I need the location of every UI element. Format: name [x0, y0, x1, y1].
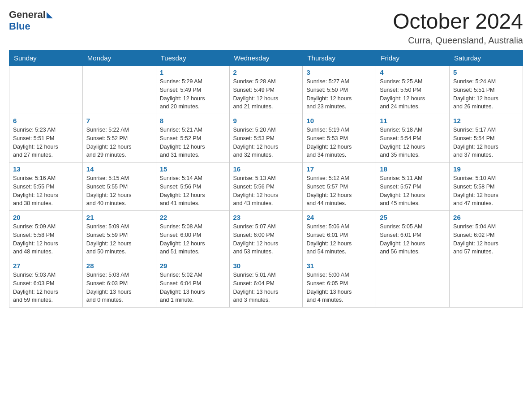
- day-number: 13: [13, 165, 79, 173]
- calendar-cell: 26Sunrise: 5:04 AM Sunset: 6:02 PM Dayli…: [450, 211, 523, 259]
- logo-blue-text: Blue: [9, 21, 53, 32]
- day-number: 12: [453, 117, 519, 124]
- day-info: Sunrise: 5:11 AM Sunset: 5:57 PM Dayligh…: [380, 174, 446, 208]
- day-number: 18: [380, 165, 446, 173]
- month-title: October 2024: [393, 9, 523, 34]
- calendar-cell: 1Sunrise: 5:29 AM Sunset: 5:49 PM Daylig…: [156, 66, 229, 114]
- day-info: Sunrise: 5:21 AM Sunset: 5:52 PM Dayligh…: [160, 126, 226, 159]
- day-number: 16: [233, 165, 299, 173]
- day-number: 5: [453, 68, 519, 76]
- calendar-cell: 25Sunrise: 5:05 AM Sunset: 6:01 PM Dayli…: [376, 211, 450, 259]
- day-info: Sunrise: 5:19 AM Sunset: 5:53 PM Dayligh…: [306, 126, 372, 159]
- calendar-cell: [82, 66, 156, 114]
- day-number: 1: [160, 68, 226, 76]
- calendar-cell: 17Sunrise: 5:12 AM Sunset: 5:57 PM Dayli…: [303, 163, 376, 211]
- column-header-monday: Monday: [82, 51, 156, 66]
- day-number: 23: [233, 214, 299, 221]
- day-number: 6: [13, 117, 79, 124]
- calendar-cell: 6Sunrise: 5:23 AM Sunset: 5:51 PM Daylig…: [9, 114, 83, 163]
- day-info: Sunrise: 5:04 AM Sunset: 6:02 PM Dayligh…: [453, 223, 519, 256]
- calendar-cell: 10Sunrise: 5:19 AM Sunset: 5:53 PM Dayli…: [303, 114, 376, 163]
- week-row-4: 20Sunrise: 5:09 AM Sunset: 5:58 PM Dayli…: [9, 211, 523, 259]
- day-info: Sunrise: 5:08 AM Sunset: 6:00 PM Dayligh…: [160, 223, 226, 256]
- day-info: Sunrise: 5:20 AM Sunset: 5:53 PM Dayligh…: [233, 126, 299, 159]
- calendar-cell: 19Sunrise: 5:10 AM Sunset: 5:58 PM Dayli…: [450, 163, 523, 211]
- calendar-cell: 3Sunrise: 5:27 AM Sunset: 5:50 PM Daylig…: [303, 66, 376, 114]
- day-number: 20: [13, 214, 79, 221]
- calendar-cell: 2Sunrise: 5:28 AM Sunset: 5:49 PM Daylig…: [229, 66, 303, 114]
- day-info: Sunrise: 5:07 AM Sunset: 6:00 PM Dayligh…: [233, 223, 299, 256]
- calendar-cell: [450, 259, 523, 308]
- day-info: Sunrise: 5:18 AM Sunset: 5:54 PM Dayligh…: [380, 126, 446, 159]
- day-number: 26: [453, 214, 519, 221]
- week-row-5: 27Sunrise: 5:03 AM Sunset: 6:03 PM Dayli…: [9, 259, 523, 308]
- page-header: General Blue October 2024 Curra, Queensl…: [9, 9, 523, 46]
- logo: General Blue: [9, 9, 53, 32]
- day-number: 22: [160, 214, 226, 221]
- day-number: 2: [233, 68, 299, 76]
- day-info: Sunrise: 5:15 AM Sunset: 5:55 PM Dayligh…: [86, 174, 152, 208]
- day-number: 11: [380, 117, 446, 124]
- day-info: Sunrise: 5:06 AM Sunset: 6:01 PM Dayligh…: [306, 223, 372, 256]
- day-number: 10: [306, 117, 372, 124]
- day-number: 17: [306, 165, 372, 173]
- day-number: 14: [86, 165, 152, 173]
- logo-triangle-icon: [47, 12, 53, 18]
- day-info: Sunrise: 5:09 AM Sunset: 5:59 PM Dayligh…: [86, 223, 152, 256]
- day-info: Sunrise: 5:13 AM Sunset: 5:56 PM Dayligh…: [233, 174, 299, 208]
- day-number: 8: [160, 117, 226, 124]
- location-label: Curra, Queensland, Australia: [393, 35, 523, 46]
- logo-general-text: General: [9, 9, 46, 21]
- column-header-tuesday: Tuesday: [156, 51, 229, 66]
- calendar-header-row: SundayMondayTuesdayWednesdayThursdayFrid…: [9, 51, 523, 66]
- calendar-cell: 4Sunrise: 5:25 AM Sunset: 5:50 PM Daylig…: [376, 66, 450, 114]
- day-number: 31: [306, 262, 372, 270]
- day-info: Sunrise: 5:22 AM Sunset: 5:52 PM Dayligh…: [86, 126, 152, 159]
- calendar-cell: 7Sunrise: 5:22 AM Sunset: 5:52 PM Daylig…: [82, 114, 156, 163]
- day-info: Sunrise: 5:25 AM Sunset: 5:50 PM Dayligh…: [380, 77, 446, 111]
- calendar-cell: 8Sunrise: 5:21 AM Sunset: 5:52 PM Daylig…: [156, 114, 229, 163]
- day-info: Sunrise: 5:03 AM Sunset: 6:03 PM Dayligh…: [13, 271, 79, 304]
- day-number: 3: [306, 68, 372, 76]
- day-info: Sunrise: 5:28 AM Sunset: 5:49 PM Dayligh…: [233, 77, 299, 111]
- calendar-cell: 12Sunrise: 5:17 AM Sunset: 5:54 PM Dayli…: [450, 114, 523, 163]
- day-number: 29: [160, 262, 226, 270]
- calendar-cell: 13Sunrise: 5:16 AM Sunset: 5:55 PM Dayli…: [9, 163, 83, 211]
- calendar-cell: 24Sunrise: 5:06 AM Sunset: 6:01 PM Dayli…: [303, 211, 376, 259]
- day-info: Sunrise: 5:16 AM Sunset: 5:55 PM Dayligh…: [13, 174, 79, 208]
- day-info: Sunrise: 5:17 AM Sunset: 5:54 PM Dayligh…: [453, 126, 519, 159]
- day-number: 7: [86, 117, 152, 124]
- calendar-cell: 14Sunrise: 5:15 AM Sunset: 5:55 PM Dayli…: [82, 163, 156, 211]
- column-header-wednesday: Wednesday: [229, 51, 303, 66]
- day-info: Sunrise: 5:09 AM Sunset: 5:58 PM Dayligh…: [13, 223, 79, 256]
- day-number: 27: [13, 262, 79, 270]
- day-info: Sunrise: 5:23 AM Sunset: 5:51 PM Dayligh…: [13, 126, 79, 159]
- calendar-cell: 22Sunrise: 5:08 AM Sunset: 6:00 PM Dayli…: [156, 211, 229, 259]
- calendar-cell: 5Sunrise: 5:24 AM Sunset: 5:51 PM Daylig…: [450, 66, 523, 114]
- title-section: October 2024 Curra, Queensland, Australi…: [393, 9, 523, 46]
- day-info: Sunrise: 5:01 AM Sunset: 6:04 PM Dayligh…: [233, 271, 299, 304]
- day-number: 21: [86, 214, 152, 221]
- column-header-thursday: Thursday: [303, 51, 376, 66]
- calendar-cell: 9Sunrise: 5:20 AM Sunset: 5:53 PM Daylig…: [229, 114, 303, 163]
- day-info: Sunrise: 5:29 AM Sunset: 5:49 PM Dayligh…: [160, 77, 226, 111]
- day-info: Sunrise: 5:10 AM Sunset: 5:58 PM Dayligh…: [453, 174, 519, 208]
- day-number: 28: [86, 262, 152, 270]
- day-info: Sunrise: 5:24 AM Sunset: 5:51 PM Dayligh…: [453, 77, 519, 111]
- day-number: 24: [306, 214, 372, 221]
- day-number: 4: [380, 68, 446, 76]
- day-info: Sunrise: 5:03 AM Sunset: 6:03 PM Dayligh…: [86, 271, 152, 304]
- day-number: 9: [233, 117, 299, 124]
- column-header-friday: Friday: [376, 51, 450, 66]
- column-header-sunday: Sunday: [9, 51, 83, 66]
- week-row-1: 1Sunrise: 5:29 AM Sunset: 5:49 PM Daylig…: [9, 66, 523, 114]
- day-info: Sunrise: 5:05 AM Sunset: 6:01 PM Dayligh…: [380, 223, 446, 256]
- day-number: 15: [160, 165, 226, 173]
- calendar-cell: 29Sunrise: 5:02 AM Sunset: 6:04 PM Dayli…: [156, 259, 229, 308]
- calendar-cell: [376, 259, 450, 308]
- day-info: Sunrise: 5:12 AM Sunset: 5:57 PM Dayligh…: [306, 174, 372, 208]
- calendar-cell: 20Sunrise: 5:09 AM Sunset: 5:58 PM Dayli…: [9, 211, 83, 259]
- day-info: Sunrise: 5:14 AM Sunset: 5:56 PM Dayligh…: [160, 174, 226, 208]
- day-number: 25: [380, 214, 446, 221]
- calendar-cell: 28Sunrise: 5:03 AM Sunset: 6:03 PM Dayli…: [82, 259, 156, 308]
